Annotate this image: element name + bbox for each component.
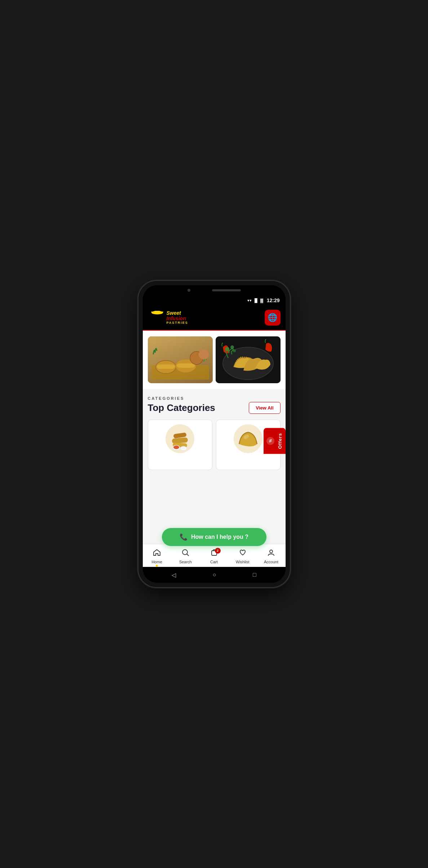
globe-button[interactable]: 🌐	[265, 310, 281, 326]
svg-point-13	[225, 347, 229, 351]
nav-wishlist-label: Wishlist	[236, 560, 250, 564]
home-svg	[153, 549, 161, 556]
pastry-rolls-svg	[148, 336, 213, 383]
status-icons: ▾▾ ▐▌ ▓	[247, 298, 263, 303]
svg-rect-7	[177, 363, 195, 368]
android-back-button[interactable]: ◁	[172, 572, 176, 578]
nav-account[interactable]: Account	[257, 547, 285, 565]
svg-rect-1	[154, 311, 160, 314]
account-svg	[267, 549, 275, 556]
home-icon	[153, 549, 161, 559]
nav-home[interactable]: Home	[143, 547, 171, 565]
springrolls-image	[166, 424, 194, 453]
banner-card-right[interactable]	[216, 336, 281, 383]
banner-card-left[interactable]	[148, 336, 213, 383]
globe-icon: 🌐	[268, 313, 277, 322]
categories-title: Top Categories	[148, 402, 215, 413]
svg-line-27	[187, 554, 189, 556]
svg-point-10	[199, 349, 209, 359]
logo-infusion: Infusion	[167, 316, 188, 321]
svg-point-14	[230, 345, 234, 349]
nav-search[interactable]: Search	[171, 547, 200, 565]
offers-tab[interactable]: % Offers	[264, 428, 286, 454]
logo-pastries: PASTRIES	[167, 321, 188, 325]
empanadas-image	[234, 424, 262, 453]
springrolls-svg	[166, 424, 194, 453]
nav-search-label: Search	[179, 560, 192, 564]
wifi-icon: ▾▾	[247, 298, 252, 303]
signal-icon: ▐▌	[253, 298, 259, 303]
speaker-slot	[212, 289, 241, 291]
svg-point-29	[270, 550, 273, 553]
app-content: Sweet Infusion PASTRIES 🌐	[143, 305, 286, 567]
food-image-right	[216, 336, 281, 383]
logo-icon	[148, 308, 167, 327]
status-time: 12:29	[267, 297, 280, 303]
android-home-button[interactable]: ○	[213, 572, 216, 578]
help-button[interactable]: 📞 How can I help you ?	[162, 528, 266, 546]
nav-cart[interactable]: 2 Cart	[200, 547, 228, 565]
phone-top-bar	[143, 285, 286, 295]
svg-rect-5	[157, 364, 175, 369]
phone-frame: ▾▾ ▐▌ ▓ 12:29	[138, 281, 290, 587]
offers-label: Offers	[277, 433, 283, 449]
empanadas-circle-svg	[234, 424, 262, 453]
categories-eyebrow: CATEGORIES	[148, 396, 281, 401]
offers-percent-icon: %	[266, 437, 274, 445]
empanada-svg	[216, 336, 281, 383]
help-button-label: How can I help you ?	[191, 534, 248, 540]
search-svg	[181, 549, 189, 556]
wishlist-icon	[239, 549, 247, 559]
bottom-nav: Home Search	[143, 544, 286, 567]
logo-sweet: Sweet	[167, 310, 188, 316]
categories-section: CATEGORIES Top Categories View All	[143, 389, 286, 544]
android-recent-button[interactable]: □	[253, 572, 256, 578]
cart-badge: 2	[215, 548, 221, 554]
svg-point-21	[173, 446, 179, 449]
banner-section	[143, 331, 286, 389]
camera-dot	[187, 289, 190, 292]
nav-cart-label: Cart	[210, 560, 218, 564]
svg-point-23	[181, 447, 186, 449]
status-bar: ▾▾ ▐▌ ▓ 12:29	[143, 295, 286, 305]
android-bottom-bar: ◁ ○ □	[143, 567, 286, 583]
nav-home-label: Home	[151, 560, 162, 564]
category-card-springrolls[interactable]	[148, 420, 212, 470]
categories-header: Top Categories View All	[148, 402, 281, 414]
nav-wishlist[interactable]: Wishlist	[228, 547, 257, 565]
category-cards	[148, 420, 281, 470]
food-image-left	[148, 336, 213, 383]
battery-icon: ▓	[260, 298, 263, 303]
account-icon	[267, 549, 275, 559]
nav-account-label: Account	[264, 560, 278, 564]
logo-container: Sweet Infusion PASTRIES	[148, 308, 188, 327]
svg-point-15	[233, 349, 236, 352]
phone-inner: ▾▾ ▐▌ ▓ 12:29	[143, 285, 286, 583]
view-all-button[interactable]: View All	[249, 402, 280, 414]
app-header: Sweet Infusion PASTRIES 🌐	[143, 305, 286, 331]
logo-text-block: Sweet Infusion PASTRIES	[167, 310, 188, 325]
search-icon	[181, 549, 189, 559]
phone-call-icon: 📞	[180, 533, 187, 541]
heart-svg	[239, 549, 247, 556]
